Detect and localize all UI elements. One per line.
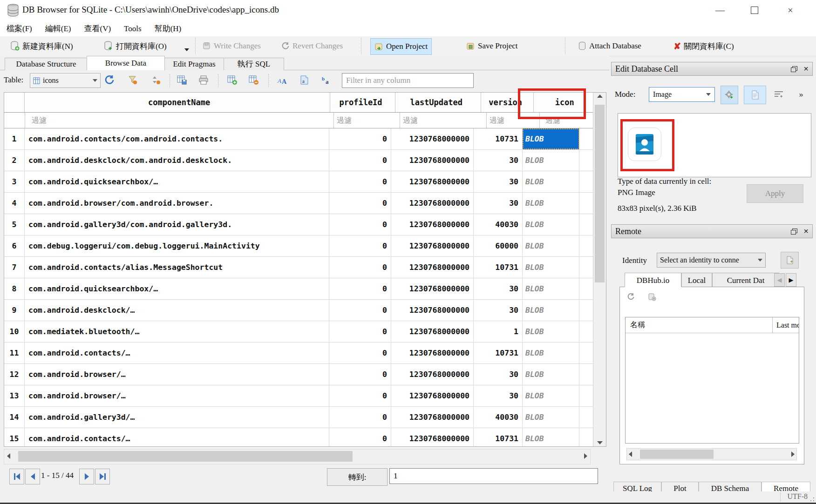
new-database-button[interactable]: 新建資料庫(N) (7, 38, 77, 54)
grid-hscroll-thumb[interactable] (18, 451, 353, 462)
cell-version[interactable]: 40030 (474, 214, 523, 235)
open-database-button[interactable]: 打開資料庫(O) (100, 38, 170, 54)
menu-view[interactable]: 查看(V) (78, 23, 118, 34)
cell-profileid[interactable]: 0 (329, 385, 391, 406)
scroll-up-icon[interactable] (593, 94, 606, 98)
cell-icon-blob[interactable]: BLOB (523, 257, 579, 278)
cell-version[interactable]: 40030 (474, 407, 523, 428)
global-filter-input[interactable] (342, 73, 474, 88)
cell-version[interactable]: 60000 (474, 235, 523, 256)
float-panel-icon[interactable] (791, 66, 797, 72)
table-row[interactable]: 15 com.android.contacts/… 0 123076800000… (4, 428, 606, 447)
cell-lastupdated[interactable]: 1230768000000 (391, 278, 474, 299)
tab-execute-sql[interactable]: 執行 SQL (224, 58, 284, 70)
identity-settings-button[interactable] (781, 252, 799, 269)
cell-icon-blob[interactable]: BLOB (523, 428, 579, 447)
write-changes-button[interactable]: Write Changes (199, 38, 265, 54)
cell-lastupdated[interactable]: 1230768000000 (391, 407, 474, 428)
table-row[interactable]: 12 com.android.browser/… 0 1230768000000… (4, 364, 606, 385)
cell-profileid[interactable]: 0 (329, 278, 391, 299)
table-row[interactable]: 5 com.android.gallery3d/com.android.gall… (4, 214, 606, 235)
cell-lastupdated[interactable]: 1230768000000 (391, 321, 474, 342)
refresh-button[interactable] (103, 74, 116, 86)
cell-profileid[interactable]: 0 (329, 171, 391, 192)
remote-column-last-modified[interactable]: Last mo (773, 317, 799, 333)
cell-componentname[interactable]: com.android.gallery3d/com.android.galler… (25, 214, 329, 235)
table-row[interactable]: 13 com.android.browser/… 0 1230768000000… (4, 385, 606, 407)
first-record-button[interactable] (9, 469, 24, 484)
print-button[interactable] (197, 74, 210, 86)
cell-componentname[interactable]: com.android.browser/… (25, 385, 329, 406)
cell-icon-blob[interactable]: BLOB (523, 321, 579, 342)
remote-horizontal-scrollbar[interactable] (626, 448, 797, 460)
mode-select[interactable]: Image (649, 87, 715, 102)
cell-version[interactable]: 30 (474, 385, 523, 406)
last-record-button[interactable] (95, 469, 110, 484)
cell-componentname[interactable]: com.android.browser/com.android.browser. (25, 193, 329, 214)
column-header-lastupdated[interactable]: lastUpdated (395, 93, 481, 112)
cell-icon-blob[interactable]: BLOB (523, 407, 579, 428)
cell-profileid[interactable]: 0 (329, 235, 391, 256)
table-row[interactable]: 4 com.android.browser/com.android.browse… (4, 193, 606, 214)
cell-componentname[interactable]: com.debug.loggerui/com.debug.loggerui.Ma… (25, 235, 329, 256)
cell-version[interactable]: 10731 (474, 257, 523, 278)
panel-overflow-button[interactable]: » (793, 86, 809, 103)
column-header-profileid[interactable]: profileId (330, 93, 395, 112)
cell-componentname[interactable]: com.android.quicksearchbox/… (25, 278, 329, 299)
cell-lastupdated[interactable]: 1230768000000 (391, 171, 474, 192)
tab-browse-data[interactable]: Browse Data (87, 56, 165, 70)
cell-lastupdated[interactable]: 1230768000000 (391, 193, 474, 214)
goto-button[interactable]: 轉到: (327, 468, 388, 486)
cell-icon-blob[interactable]: BLOB (523, 150, 579, 171)
table-row[interactable]: 9 com.android.deskclock/… 0 123076800000… (4, 300, 606, 321)
table-row[interactable]: 8 com.android.quicksearchbox/… 0 1230768… (4, 278, 606, 300)
cell-icon-blob[interactable]: BLOB (523, 364, 579, 385)
cell-version[interactable]: 1 (474, 321, 523, 342)
cell-icon-blob[interactable]: BLOB (523, 385, 579, 406)
attach-database-button[interactable]: Attach Database (574, 38, 645, 54)
resize-grip-icon[interactable] (810, 497, 815, 502)
scroll-right-icon[interactable] (791, 451, 795, 457)
cell-version[interactable]: 30 (474, 150, 523, 171)
cell-profileid[interactable]: 0 (329, 321, 391, 342)
remote-clone-button[interactable] (648, 293, 656, 303)
notebook-button[interactable]: a (298, 74, 310, 86)
remote-column-name[interactable]: 名稱 (626, 317, 773, 333)
cell-componentname[interactable]: com.android.gallery3d/… (25, 407, 329, 428)
previous-record-button[interactable] (25, 469, 40, 484)
filter-button[interactable] (127, 74, 139, 86)
close-button[interactable]: × (776, 0, 805, 20)
cell-icon-blob[interactable]: BLOB (523, 171, 579, 192)
filter-input-componentname[interactable] (29, 113, 333, 128)
cell-lastupdated[interactable]: 1230768000000 (391, 300, 474, 321)
remote-hscroll-thumb[interactable] (640, 450, 714, 459)
column-header-componentname[interactable]: componentName (25, 93, 330, 112)
cell-icon-blob[interactable]: BLOB (523, 235, 579, 256)
cell-version[interactable]: 30 (474, 364, 523, 385)
save-table-button[interactable] (176, 74, 188, 86)
encoding-button[interactable]: b a (320, 74, 333, 86)
encoding-indicator[interactable]: UTF-8 (787, 492, 808, 501)
cell-componentname[interactable]: com.android.deskclock/… (25, 300, 329, 321)
cell-version[interactable]: 30 (474, 193, 523, 214)
cell-componentname[interactable]: com.android.contacts/… (25, 343, 329, 363)
cell-icon-blob-selected[interactable]: BLOB (523, 128, 579, 149)
cell-version[interactable]: 30 (474, 171, 523, 192)
close-database-button[interactable]: ✘ 關閉資料庫(C) (670, 38, 738, 54)
cell-lastupdated[interactable]: 1230768000000 (391, 343, 474, 363)
cell-lastupdated[interactable]: 1230768000000 (391, 385, 474, 406)
table-row[interactable]: 7 com.android.contacts/alias.MessageShor… (4, 257, 606, 278)
remote-tab-local[interactable]: Local (681, 273, 712, 287)
table-row[interactable]: 10 com.mediatek.bluetooth/… 0 1230768000… (4, 321, 606, 343)
grid-horizontal-scrollbar[interactable] (4, 449, 591, 464)
scroll-down-icon[interactable] (593, 441, 606, 444)
cell-lastupdated[interactable]: 1230768000000 (391, 235, 474, 256)
text-view-button[interactable] (744, 86, 766, 104)
remote-tab-dbhub[interactable]: DBHub.io (625, 273, 681, 287)
cell-lastupdated[interactable]: 1230768000000 (391, 150, 474, 171)
remote-refresh-button[interactable] (626, 293, 635, 303)
cell-lastupdated[interactable]: 1230768000000 (391, 257, 474, 278)
cell-lastupdated[interactable]: 1230768000000 (391, 214, 474, 235)
cell-componentname[interactable]: com.android.contacts/… (25, 428, 329, 447)
filter-input-lastupdated[interactable] (400, 113, 483, 128)
